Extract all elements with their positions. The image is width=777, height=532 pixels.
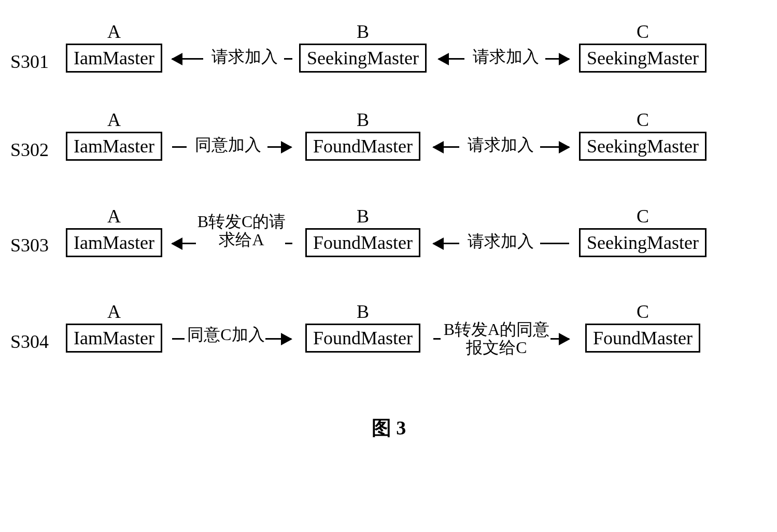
step-s301: S301 A IamMaster 请求加入 B SeekingMaster 请求… <box>10 21 767 88</box>
step-s303: S303 A IamMaster B转发C的请求给A B FoundMaster… <box>10 197 767 280</box>
figure-caption: 图 3 <box>10 415 767 441</box>
arrow-a-to-b <box>267 146 291 148</box>
node-a-label: A <box>57 109 171 131</box>
node-a-state: IamMaster <box>66 132 162 161</box>
node-a-label: A <box>57 301 171 323</box>
msg-ab: 请求加入 <box>203 48 286 66</box>
node-b-state: FoundMaster <box>305 324 420 353</box>
node-b: B SeekingMaster <box>290 21 435 73</box>
step-id: S301 <box>10 51 49 73</box>
arrow-c-to-b <box>433 243 459 244</box>
msg-ab: 同意C加入 <box>185 326 267 344</box>
master-election-diagram: S301 A IamMaster 请求加入 B SeekingMaster 请求… <box>10 21 767 441</box>
node-b: B FoundMaster <box>290 205 435 257</box>
line-bc-right <box>540 243 569 244</box>
arrow-c-to-b-left <box>439 58 464 60</box>
node-c-state: FoundMaster <box>585 324 700 353</box>
msg-bc: 请求加入 <box>459 232 542 250</box>
node-c: C SeekingMaster <box>570 205 715 257</box>
msg-ab: B转发C的请求给A <box>195 213 288 249</box>
arrow-c-to-b-left <box>433 146 459 148</box>
node-a: A IamMaster <box>57 109 171 161</box>
arrow-b-to-c-right <box>540 146 569 148</box>
node-a-label: A <box>57 21 171 43</box>
node-b-label: B <box>290 109 435 131</box>
step-s304: S304 A IamMaster 同意C加入 B FoundMaster B转发… <box>10 301 767 379</box>
msg-ab: 同意加入 <box>187 136 270 154</box>
line-ab-left <box>172 146 187 148</box>
node-a: A IamMaster <box>57 205 171 257</box>
node-b-state: SeekingMaster <box>299 44 427 73</box>
line-ab-left <box>172 338 185 340</box>
msg-bc: B转发A的同意报文给C <box>440 320 554 357</box>
node-b: B FoundMaster <box>290 301 435 353</box>
node-c-label: C <box>570 301 715 323</box>
arrow-b-to-a <box>172 58 203 60</box>
step-id: S303 <box>10 234 49 256</box>
node-b-label: B <box>290 301 435 323</box>
node-c-label: C <box>570 21 715 43</box>
step-id: S304 <box>10 331 49 353</box>
node-a-state: IamMaster <box>66 228 162 257</box>
node-b-state: FoundMaster <box>305 228 420 257</box>
node-a: A IamMaster <box>57 21 171 73</box>
arrow-a-to-b <box>265 338 291 340</box>
arrow-b-to-c-right <box>545 58 569 60</box>
node-b-label: B <box>290 21 435 43</box>
node-b-state: FoundMaster <box>305 132 420 161</box>
node-c-state: SeekingMaster <box>579 228 707 257</box>
step-id: S302 <box>10 139 49 161</box>
node-a-state: IamMaster <box>66 324 162 353</box>
node-b-label: B <box>290 205 435 227</box>
node-c-state: SeekingMaster <box>579 44 707 73</box>
node-c-label: C <box>570 109 715 131</box>
node-b: B FoundMaster <box>290 109 435 161</box>
node-a: A IamMaster <box>57 301 171 353</box>
step-s302: S302 A IamMaster 同意加入 B FoundMaster 请求加入… <box>10 109 767 176</box>
arrow-b-to-a <box>172 243 196 244</box>
node-a-label: A <box>57 205 171 227</box>
node-c: C FoundMaster <box>570 301 715 353</box>
arrow-b-to-c <box>550 338 569 340</box>
node-c: C SeekingMaster <box>570 109 715 161</box>
msg-bc: 请求加入 <box>464 48 547 66</box>
msg-bc: 请求加入 <box>459 136 542 154</box>
node-c-state: SeekingMaster <box>579 132 707 161</box>
node-c-label: C <box>570 205 715 227</box>
node-a-state: IamMaster <box>66 44 162 73</box>
node-c: C SeekingMaster <box>570 21 715 73</box>
